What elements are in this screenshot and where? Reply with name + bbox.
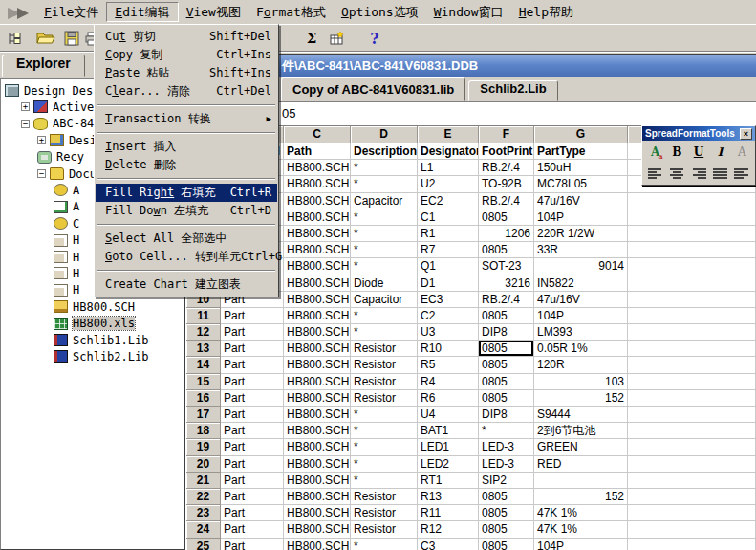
sheet-cell[interactable] xyxy=(628,439,756,455)
tree-item-a[interactable]: A xyxy=(54,199,79,215)
sheet-cell[interactable]: U4 xyxy=(418,407,479,423)
sheet-cell[interactable]: C2 xyxy=(418,308,479,324)
tree-item-hb800sch[interactable]: HB800.SCH xyxy=(54,298,135,315)
menu-edit[interactable]: Edit编辑 xyxy=(106,2,178,22)
sheet-cell[interactable]: R13 xyxy=(418,489,479,505)
fill-across-icon[interactable] xyxy=(733,165,750,183)
sheet-cell[interactable]: Q1 xyxy=(418,258,479,275)
sheet-cell[interactable]: 104P xyxy=(534,539,628,550)
sheet-cell[interactable]: IN5822 xyxy=(534,275,628,292)
menu-item-filldown[interactable]: Fill Down 左填充Ctrl+D xyxy=(96,202,277,220)
sheet-cell[interactable]: C1 xyxy=(418,209,479,226)
sheet-cell[interactable]: L1 xyxy=(418,160,479,176)
row-header-16[interactable]: 16 xyxy=(186,390,221,407)
explorer-tab[interactable]: Explorer xyxy=(2,55,85,77)
sheet-cell[interactable]: HB800.SCH xyxy=(284,242,351,258)
sheet-cell[interactable]: 152 xyxy=(534,390,628,407)
sheet-cell[interactable]: Part xyxy=(221,439,284,455)
sheet-cell[interactable]: RT1 xyxy=(418,473,479,489)
menu-view[interactable]: View视图 xyxy=(179,3,248,21)
sheet-cell[interactable]: 220R 1/2W xyxy=(534,226,628,242)
sheet-cell[interactable]: Resistor xyxy=(351,390,418,407)
sheet-cell[interactable] xyxy=(628,357,756,373)
sheet-cell[interactable]: HB800.SCH xyxy=(284,407,351,423)
sheet-cell[interactable]: * xyxy=(351,308,418,324)
sheet-cell[interactable]: R6 xyxy=(418,390,479,407)
sheet-cell[interactable]: SIP2 xyxy=(479,473,534,489)
tree-expand-box[interactable]: + xyxy=(21,102,30,111)
sheet-cell[interactable]: R4 xyxy=(418,374,479,390)
sheet-cell[interactable]: * xyxy=(351,423,418,439)
sheet-cell[interactable] xyxy=(628,341,756,357)
sheet-cell[interactable]: Capacitor xyxy=(351,292,418,308)
sheet-cell[interactable]: HB800.SCH xyxy=(284,160,351,176)
menu-item-copy[interactable]: Copy 复制Ctrl+Ins xyxy=(96,46,277,64)
sheet-cell[interactable] xyxy=(628,275,756,292)
outline-letter-icon[interactable]: A xyxy=(733,143,750,161)
column-header-E[interactable]: E xyxy=(418,126,479,143)
close-icon[interactable]: × xyxy=(740,128,752,140)
header-cell[interactable]: PartType xyxy=(534,143,628,160)
sheet-cell[interactable]: HB800.SCH xyxy=(284,539,351,550)
header-cell[interactable]: FootPrint xyxy=(479,143,534,160)
sheet-cell[interactable]: Resistor xyxy=(351,489,418,505)
sheet-cell[interactable]: 150uH xyxy=(534,160,628,176)
sheet-cell[interactable]: 120R xyxy=(534,357,628,373)
menu-item-insert[interactable]: Insert 插入 xyxy=(96,138,277,156)
sheet-cell[interactable]: HB800.SCH xyxy=(284,176,351,192)
sheet-cell[interactable]: * xyxy=(351,209,418,226)
sheet-cell[interactable]: HB800.SCH xyxy=(284,439,351,455)
sheet-cell[interactable]: 104P xyxy=(534,308,628,324)
tree-item-designdesk[interactable]: Design Desk xyxy=(5,82,99,99)
sheet-cell[interactable]: 47u/16V xyxy=(534,193,628,209)
menu-item-createchart[interactable]: Create Chart 建立图表 xyxy=(96,275,277,294)
justify-icon[interactable] xyxy=(712,165,729,183)
sheet-cell[interactable] xyxy=(628,242,756,258)
sheet-cell[interactable]: Diode xyxy=(351,275,418,292)
sheet-cell[interactable]: C3 xyxy=(418,539,479,550)
sheet-cell[interactable]: RB.2/.4 xyxy=(479,160,534,176)
tree-item-hb800xls[interactable]: HB800.xls xyxy=(54,316,135,332)
sheet-cell[interactable] xyxy=(628,521,756,538)
sheet-cell[interactable]: 152 xyxy=(534,489,628,505)
row-header-21[interactable]: 21 xyxy=(186,473,221,489)
sheet-cell[interactable]: 47K 1% xyxy=(534,505,628,521)
sheet-cell[interactable]: Part xyxy=(221,341,284,357)
font-icon[interactable]: Aa xyxy=(647,143,664,161)
document-tab-schlib2lib[interactable]: Schlib2.Lib xyxy=(468,80,557,101)
sheet-cell[interactable]: MC78L05 xyxy=(534,176,628,192)
explorer-toggle-icon[interactable] xyxy=(3,28,26,49)
sheet-cell[interactable]: Part xyxy=(221,489,284,505)
sheet-cell[interactable]: HB800.SCH xyxy=(284,258,351,275)
sheet-cell[interactable]: Part xyxy=(221,456,284,473)
sheet-cell[interactable]: * xyxy=(351,407,418,423)
sheet-cell[interactable]: 2到6节电池 xyxy=(534,423,628,439)
document-tab-copyofabc841v60831lib[interactable]: Copy of ABC-841V60831.lib xyxy=(281,77,465,101)
row-header-19[interactable]: 19 xyxy=(186,439,221,455)
sheet-cell[interactable]: * xyxy=(351,258,418,275)
sheet-cell[interactable]: HB800.SCH xyxy=(284,390,351,407)
sheet-cell[interactable]: 0805 xyxy=(479,489,534,505)
row-header-14[interactable]: 14 xyxy=(186,357,221,373)
sheet-cell[interactable]: * xyxy=(351,539,418,550)
sheet-cell[interactable] xyxy=(628,456,756,473)
tree-item-schlib2lib[interactable]: Schlib2.Lib xyxy=(54,348,148,364)
tree-item-docu[interactable]: −Docu xyxy=(37,165,97,182)
sheet-cell[interactable]: LED-3 xyxy=(479,456,534,473)
align-left-icon[interactable] xyxy=(647,165,664,183)
tree-item-h[interactable]: H xyxy=(54,249,79,265)
sheet-cell[interactable]: 0805 xyxy=(479,505,534,521)
sheet-cell[interactable]: Part xyxy=(221,505,284,521)
sheet-cell[interactable]: LM393 xyxy=(534,324,628,341)
sheet-cell[interactable]: * xyxy=(351,456,418,473)
menu-item-paste[interactable]: Paste 粘贴Shift+Ins xyxy=(96,64,277,82)
sheet-cell[interactable]: U3 xyxy=(418,324,479,341)
sheet-cell[interactable] xyxy=(628,407,756,423)
sheet-cell[interactable]: Capacitor xyxy=(351,193,418,209)
menu-item-fillright[interactable]: Fill Right 右填充Ctrl+R xyxy=(96,184,277,202)
tree-item-recy[interactable]: Recy xyxy=(37,149,84,165)
sheet-cell[interactable]: 104P xyxy=(534,209,628,226)
sheet-cell[interactable]: R7 xyxy=(418,242,479,258)
sheet-cell[interactable] xyxy=(628,292,756,308)
sheet-cell[interactable] xyxy=(628,258,756,275)
